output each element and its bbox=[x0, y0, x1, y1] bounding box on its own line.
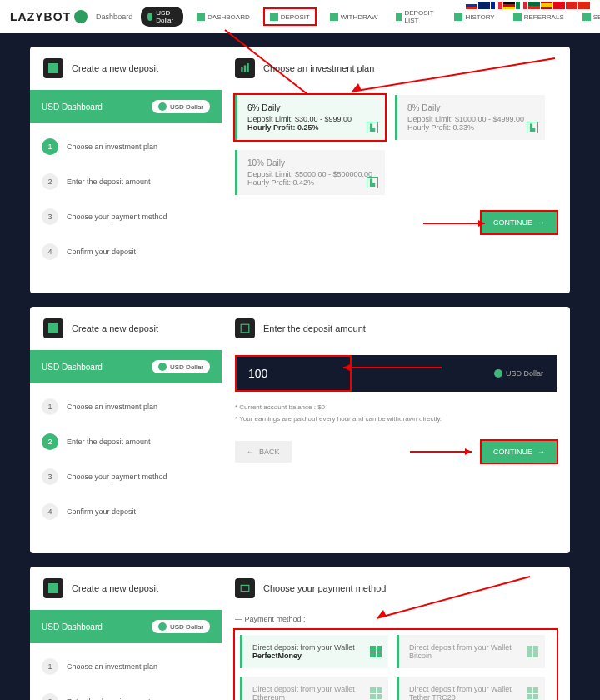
plans-grid: 6% Daily Deposit Limit: $30.00 - $999.00… bbox=[235, 95, 557, 195]
chart-icon: ▙ bbox=[367, 177, 378, 188]
svg-rect-17 bbox=[241, 585, 249, 591]
pm-ethereum[interactable]: Direct deposit from your Wallet Ethereum bbox=[240, 677, 388, 700]
step-3[interactable]: 3Choose your payment method bbox=[42, 468, 210, 485]
logo: LAZYBOT bbox=[10, 10, 88, 23]
dashboard-icon bbox=[197, 12, 205, 21]
qr-icon bbox=[527, 646, 538, 658]
flag-pt[interactable] bbox=[528, 2, 540, 9]
step-1[interactable]: 1Choose an investment plan bbox=[42, 398, 210, 415]
pm-bitcoin[interactable]: Direct deposit from your Wallet Bitcoin bbox=[397, 635, 545, 668]
svg-marker-15 bbox=[465, 448, 472, 455]
withdraw-icon bbox=[330, 12, 338, 21]
step-2[interactable]: 2Enter the deposit amount bbox=[42, 693, 210, 700]
dollar-icon bbox=[148, 12, 152, 21]
step-1[interactable]: 1Choose an investment plan bbox=[42, 138, 210, 155]
nav-settings[interactable]: SETTINGS bbox=[578, 9, 600, 24]
arrow-left-icon: ← bbox=[247, 448, 254, 456]
flag-vn[interactable] bbox=[566, 2, 578, 9]
brand-text: LAZYBOT bbox=[10, 10, 71, 23]
nav-withdraw[interactable]: WITHDRAW bbox=[325, 9, 383, 24]
amount-currency: USD Dollar bbox=[494, 369, 543, 378]
create-deposit-icon bbox=[43, 578, 63, 598]
pm-tether-trc20[interactable]: Direct deposit from your Wallet Tether T… bbox=[397, 677, 545, 700]
back-button[interactable]: ←BACK bbox=[235, 441, 292, 462]
flag-fr[interactable] bbox=[491, 2, 502, 9]
nav-deposit[interactable]: DEPOSIT bbox=[263, 8, 317, 26]
usd-chip[interactable]: USD Dollar bbox=[152, 360, 210, 373]
dollar-icon bbox=[158, 102, 167, 111]
usd-dashboard-bar: USD Dashboard USD Dollar bbox=[30, 610, 222, 643]
chart-icon: ▙ bbox=[367, 122, 378, 133]
flag-cn[interactable] bbox=[578, 2, 590, 9]
create-deposit-title: Create a new deposit bbox=[72, 583, 158, 593]
referrals-icon bbox=[513, 12, 522, 21]
qr-icon bbox=[527, 688, 538, 699]
payment-methods-grid: Direct deposit from your Wallet PerfectM… bbox=[235, 630, 557, 700]
usd-chip[interactable]: USD Dollar bbox=[152, 100, 210, 113]
svg-rect-2 bbox=[48, 63, 58, 73]
plan-section-icon bbox=[235, 58, 255, 78]
language-flags bbox=[466, 2, 590, 9]
create-deposit-icon bbox=[43, 58, 63, 78]
step-4[interactable]: 4Confirm your deposit bbox=[42, 503, 210, 520]
flag-es[interactable] bbox=[541, 2, 552, 9]
step-3[interactable]: 3Choose your payment method bbox=[42, 208, 210, 225]
topbar: LAZYBOT Dashboard USD Dollar DASHBOARD D… bbox=[0, 0, 600, 33]
continue-button[interactable]: CONTINUE→ bbox=[482, 212, 557, 233]
deposit-icon bbox=[270, 12, 278, 21]
list-icon bbox=[396, 12, 402, 21]
svg-rect-16 bbox=[48, 583, 58, 593]
chart-icon: ▙ bbox=[527, 122, 538, 133]
nav-history[interactable]: HISTORY bbox=[449, 9, 499, 24]
step-4[interactable]: 4Confirm your deposit bbox=[42, 243, 210, 260]
dollar-icon bbox=[158, 622, 167, 631]
nav-deposit-list[interactable]: DEPOSIT LIST bbox=[391, 6, 441, 28]
payment-method-label: — Payment method : bbox=[235, 615, 557, 623]
svg-rect-5 bbox=[247, 63, 248, 72]
history-icon bbox=[454, 12, 462, 21]
step-1[interactable]: 1Choose an investment plan bbox=[42, 658, 210, 675]
step-2[interactable]: 2Enter the deposit amount bbox=[42, 173, 210, 190]
usd-dashboard-bar: USD Dashboard USD Dollar bbox=[30, 90, 222, 123]
qr-icon bbox=[370, 646, 382, 658]
plan-section-title: Choose an investment plan bbox=[263, 63, 374, 73]
amount-input[interactable]: 100 USD Dollar bbox=[235, 355, 557, 392]
pm-perfectmoney[interactable]: Direct deposit from your Wallet PerfectM… bbox=[240, 635, 388, 668]
usd-dashboard-label: USD Dashboard bbox=[42, 102, 102, 112]
logo-badge-icon bbox=[74, 10, 88, 23]
flag-uk[interactable] bbox=[478, 2, 490, 9]
svg-rect-4 bbox=[244, 65, 246, 72]
usd-dashboard-bar: USD Dashboard USD Dollar bbox=[30, 350, 222, 383]
flag-de[interactable] bbox=[503, 2, 515, 9]
plan-6-daily[interactable]: 6% Daily Deposit Limit: $30.00 - $999.00… bbox=[235, 95, 385, 140]
create-deposit-icon bbox=[43, 318, 63, 338]
dollar-icon bbox=[158, 362, 167, 371]
card-payment-method: Create a new deposit USD Dashboard USD D… bbox=[30, 567, 570, 700]
flag-tr[interactable] bbox=[553, 2, 565, 9]
svg-rect-10 bbox=[48, 323, 58, 333]
create-deposit-title: Create a new deposit bbox=[72, 323, 158, 333]
usd-chip[interactable]: USD Dollar bbox=[152, 620, 210, 633]
currency-pill[interactable]: USD Dollar bbox=[141, 7, 183, 27]
arrow-right-icon: → bbox=[538, 448, 545, 456]
amount-notes: * Current account balance : $0 * Your ea… bbox=[235, 402, 557, 424]
card-enter-amount: Create a new deposit USD Dashboard USD D… bbox=[30, 307, 570, 553]
nav-dashboard[interactable]: DASHBOARD bbox=[192, 9, 255, 24]
card-choose-plan: Create a new deposit USD Dashboard USD D… bbox=[30, 47, 570, 293]
dashboard-label: Dashboard bbox=[96, 12, 132, 21]
flag-ru[interactable] bbox=[466, 2, 478, 9]
amount-section-icon bbox=[235, 318, 255, 338]
amount-value: 100 bbox=[248, 367, 268, 380]
svg-rect-11 bbox=[241, 324, 249, 332]
plan-10-daily[interactable]: 10% Daily Deposit Limit: $5000.00 - $500… bbox=[235, 150, 385, 195]
plan-8-daily[interactable]: 8% Daily Deposit Limit: $1000.00 - $4999… bbox=[395, 95, 545, 140]
amount-section-title: Enter the deposit amount bbox=[263, 323, 366, 333]
continue-button[interactable]: CONTINUE→ bbox=[482, 441, 557, 462]
flag-it[interactable] bbox=[516, 2, 528, 9]
nav-referrals[interactable]: REFERRALS bbox=[508, 9, 569, 24]
right-nav: SETTINGS 2FA bbox=[578, 9, 600, 24]
annotation-arrow-continue-1 bbox=[423, 218, 490, 228]
step-2[interactable]: 2Enter the deposit amount bbox=[42, 433, 210, 450]
qr-icon bbox=[370, 688, 382, 699]
svg-rect-3 bbox=[241, 68, 242, 72]
